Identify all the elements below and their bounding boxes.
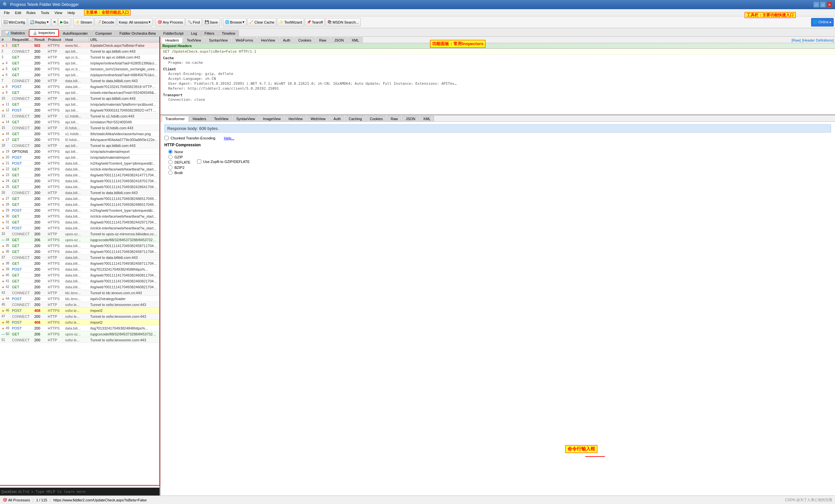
table-row[interactable]: ▲ 19 OPTIONS 200 HTTPS api.bili... /x/vi… (0, 148, 159, 155)
menu-rules[interactable]: Rules (24, 10, 38, 15)
tab-inspectors[interactable]: 🔬 Inspectors (29, 29, 59, 37)
table-row[interactable]: 45 CONNECT 200 HTTP osfsr.le... Tunnel t… (0, 302, 159, 308)
col-header-num[interactable]: # (0, 37, 11, 43)
table-row[interactable]: ▲ 41 GET 200 HTTPS data.bili... /log/web… (0, 278, 159, 284)
table-row[interactable]: ▲ 14 GET 200 HTTPS api.bili... /x/relati… (0, 119, 159, 125)
table-row[interactable]: ▲ 23 GET 200 HTTPS data.bili... /log/web… (0, 172, 159, 178)
clear-cache-button[interactable]: 🧹 Clear Cache (247, 18, 276, 26)
radio-bzip2-input[interactable] (168, 165, 172, 169)
decode-button[interactable]: 📝 Decode (95, 18, 116, 26)
radio-deflate-input[interactable] (168, 160, 172, 164)
tab-orchestra[interactable]: Fiddler Orchestra Beta (116, 30, 159, 36)
table-row[interactable]: ▲ 49 POST 200 HTTPS data.bili... /log?01… (0, 325, 159, 331)
table-row[interactable]: 2 CONNECT 200 HTTP api.bili... Tunnel to… (0, 48, 159, 54)
req-tab-hexview[interactable]: HexView (257, 37, 279, 43)
table-row[interactable]: 33 CONNECT 200 HTTP upos-sz... Tunnel to… (0, 231, 159, 237)
msdn-button[interactable]: 📚 MSDN Search... (325, 18, 360, 26)
table-row[interactable]: ▲ 40 GET 200 HTTPS data.bili... /log/web… (0, 272, 159, 278)
tab-composer[interactable]: Composer (91, 30, 116, 36)
table-row[interactable]: ▲ 35 GET 200 HTTPS data.bili... /log/web… (0, 243, 159, 249)
table-row[interactable]: — 34 GET 206 HTTPS upos-sz... /upgcxcode… (0, 237, 159, 243)
stop-button[interactable]: ✕ (52, 18, 58, 26)
menu-file[interactable]: File (1, 10, 13, 15)
table-row[interactable]: ▲ 32 POST 200 HTTPS data.bili... /x/clic… (0, 225, 159, 231)
chunked-checkbox[interactable] (164, 136, 168, 140)
tab-filters[interactable]: Filters (201, 30, 218, 36)
req-tab-auth[interactable]: Auth (280, 37, 294, 43)
menu-edit[interactable]: Edit (13, 10, 24, 15)
resp-tab-json[interactable]: JSON (402, 116, 419, 121)
col-header-protocol[interactable]: Protocol (46, 37, 64, 43)
col-header-method[interactable]: RequestM... (11, 37, 33, 43)
table-row[interactable]: ▲ 28 GET 200 HTTPS data.bili... /log/web… (0, 202, 159, 207)
resp-tab-auth[interactable]: Auth (330, 116, 345, 121)
radio-none-input[interactable] (168, 149, 172, 154)
table-row[interactable]: ▲ 24 GET 200 HTTPS data.bili... /log/web… (0, 178, 159, 184)
winconfig-button[interactable]: 🪟 WinConfig (1, 18, 27, 26)
table-row[interactable]: 13 CONNECT 200 HTTP s1.hdslb... Tunnel t… (0, 113, 159, 119)
req-tab-webforms[interactable]: WebForms (232, 37, 257, 43)
radio-brotli-input[interactable] (168, 170, 172, 175)
req-tab-textview[interactable]: TextView (183, 37, 205, 43)
resp-tab-headers[interactable]: Headers (189, 116, 210, 121)
textwizard-button[interactable]: ✨ TextWizard (277, 18, 304, 26)
req-tab-syntaxview[interactable]: SyntaxView (205, 37, 231, 43)
table-row[interactable]: ▲ 44 POST 200 HTTPS ldc.leno... /api/v2/… (0, 296, 159, 302)
menu-view[interactable]: View (52, 10, 65, 15)
table-row[interactable]: ▲ 4 GET 200 HTTPS api.bili... /x/player/… (0, 60, 159, 66)
minimize-btn[interactable]: ─ (813, 2, 819, 7)
table-row[interactable]: ▲ 5 GET 200 HTTPS api.vc.b... /session_s… (0, 66, 159, 72)
table-row[interactable]: ▲ 22 GET 200 HTTPS data.bili... /x/click… (0, 166, 159, 172)
req-tab-xml[interactable]: XML (348, 37, 363, 43)
table-row[interactable]: 51 CONNECT 200 HTTP osfsr.le... Tunnel t… (0, 337, 159, 343)
req-tab-raw[interactable]: Raw (315, 37, 330, 43)
header-def-link[interactable]: [Header Definitions] (802, 38, 834, 42)
col-header-host[interactable]: Host (64, 37, 89, 43)
table-row[interactable]: 18 CONNECT 200 HTTP api.bili... Tunnel t… (0, 143, 159, 148)
close-btn[interactable]: ✕ (827, 2, 832, 7)
req-tab-cookies[interactable]: Cookies (294, 37, 315, 43)
table-row[interactable]: — 50 GET 206 HTTPS upos-sz... /upgcxcode… (0, 331, 159, 337)
keep-button[interactable]: Keep: All sessions ▾ (117, 18, 152, 26)
resp-tab-hexview[interactable]: HexView (285, 116, 306, 121)
table-row[interactable]: ▲ 16 GET 200 HTTPS s1.hdslb... /bfs/stat… (0, 131, 159, 137)
resp-tab-imageview[interactable]: ImageView (259, 116, 284, 121)
resp-tab-raw[interactable]: Raw (387, 116, 401, 121)
table-row[interactable]: ▲ 12 POST 200 HTTPS api.bili... /log/web… (0, 107, 159, 113)
table-row[interactable]: 47 CONNECT 200 HTTP osfsr.le... Tunnel t… (0, 314, 159, 319)
resp-tab-caching[interactable]: Caching (345, 116, 365, 121)
online-button[interactable]: 🌐 Online ▸ (811, 18, 834, 26)
table-row[interactable]: ▲ 6 GET 200 HTTPS api.bili... /x/player/… (0, 72, 159, 78)
tab-statistics[interactable]: 📊 Statistics (1, 30, 28, 36)
table-row[interactable]: ▲ 38 GET 200 HTTPS data.bili... /log/web… (0, 261, 159, 266)
resp-tab-transformer[interactable]: Transformer (162, 116, 188, 122)
table-row[interactable]: 26 CONNECT 200 HTTP data.bili... Tunnel … (0, 190, 159, 196)
process-indicator[interactable]: 🎯 All Processes (3, 498, 30, 502)
replay-button[interactable]: 🔄 Replay ▾ (28, 18, 51, 26)
table-row[interactable]: ▲ 27 GET 200 HTTPS data.bili... /log/web… (0, 196, 159, 202)
help-link[interactable]: Help... (224, 136, 235, 140)
table-row[interactable]: ▲ 9 GET 200 HTTPS api.bili... /x/web-int… (0, 90, 159, 96)
raw-link[interactable]: [Raw] (792, 38, 801, 42)
table-row[interactable]: ▲ 42 GET 200 HTTPS data.bili... /log/web… (0, 284, 159, 290)
find-button[interactable]: 🔍 Find (186, 18, 202, 26)
resp-tab-cookies[interactable]: Cookies (366, 116, 387, 121)
table-row[interactable]: ▲ 21 POST 200 HTTPS data.bili... /v2/log… (0, 160, 159, 166)
tearoff-button[interactable]: 📌 Tearoff (305, 18, 325, 26)
table-row[interactable]: 10 CONNECT 200 HTTP api.bili... Tunnel t… (0, 96, 159, 101)
tab-timeline[interactable]: Timeline (218, 30, 239, 36)
window-controls[interactable]: ─ □ ✕ (813, 2, 832, 7)
go-button[interactable]: ▶ Go (58, 18, 70, 26)
table-row[interactable]: ▲ 39 POST 200 HTTPS data.bili... /log?01… (0, 266, 159, 272)
resp-tab-xml[interactable]: XML (420, 116, 434, 121)
table-row[interactable]: ▲ 11 GET 200 HTTPS api.bili... /x/vip/ad… (0, 101, 159, 107)
col-header-url[interactable]: URL (89, 37, 159, 43)
menu-tools[interactable]: Tools (38, 10, 52, 15)
tab-log[interactable]: Log (187, 30, 201, 36)
table-row[interactable]: ▲ 17 GET 200 HTTPS i0.hdsb... /bfs/space… (0, 137, 159, 143)
command-input[interactable] (18, 490, 158, 494)
req-tab-headers[interactable]: Headers (162, 37, 183, 43)
table-row[interactable]: ▲ 46 POST 408 HTTPS osfsr.le... /report2 (0, 308, 159, 314)
table-row[interactable]: 7 CONNECT 200 HTTP data.bili... Tunnel t… (0, 78, 159, 84)
req-tab-json[interactable]: JSON (331, 37, 347, 43)
